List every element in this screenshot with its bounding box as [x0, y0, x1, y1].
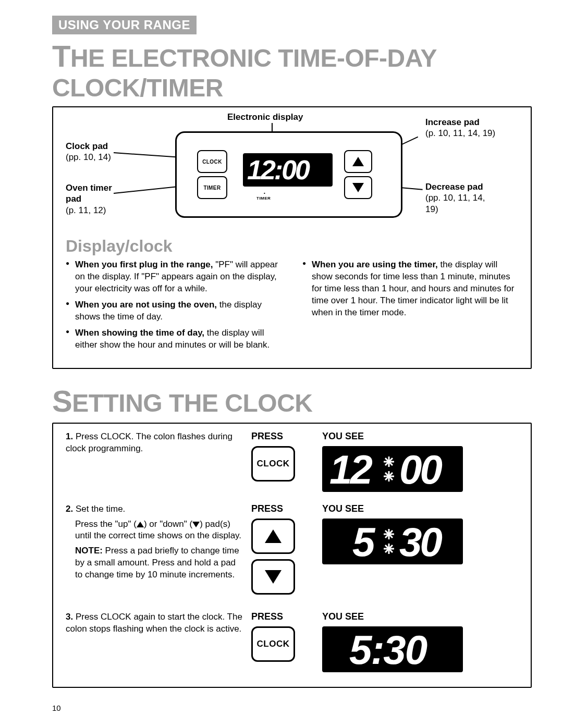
triangle-up-icon [352, 157, 364, 166]
decrease-pad-button[interactable] [344, 176, 372, 199]
label-increase-pad: Increase pad (p. 10, 11, 14, 19) [425, 117, 498, 139]
display-step-1: 12 [322, 446, 463, 492]
timer-indicator-dot: • [264, 191, 265, 195]
oven-timer-pad-button[interactable]: TIMER [197, 176, 227, 199]
press-header: PRESS [251, 611, 314, 622]
you-see-header: YOU SEE [322, 431, 518, 442]
svg-text:30: 30 [399, 519, 442, 564]
display-clock-columns: When you first plug in the range, "PF" w… [66, 259, 518, 355]
svg-text:5:30: 5:30 [349, 627, 427, 672]
clock-pad-button[interactable]: CLOCK [197, 150, 227, 173]
triangle-up-icon [137, 522, 144, 527]
svg-text:5: 5 [352, 519, 376, 564]
title-rest: HE ELECTRONIC TIME-OF-DAY CLOCK/TIMER [52, 44, 436, 102]
triangle-down-icon [265, 570, 282, 584]
page-number: 10 [52, 704, 532, 712]
setting-clock-panel: 1. Press CLOCK. The colon flashes during… [52, 423, 532, 688]
step-row-3: 3. Press CLOCK again to start the clock.… [66, 611, 518, 672]
clock-button[interactable]: CLOCK [251, 446, 295, 482]
display-clock-heading: Display/clock [66, 237, 518, 256]
control-panel-diagram: Electronic display Clock pad (pp. 10, 14… [66, 115, 518, 235]
up-arrow-button[interactable] [251, 519, 295, 554]
title-cap: T [52, 39, 70, 73]
bullet: When you first plug in the range, "PF" w… [66, 259, 282, 295]
press-header: PRESS [251, 503, 314, 514]
timer-indicator-label: TIMER [256, 196, 271, 201]
svg-text:12:00: 12:00 [247, 155, 310, 185]
increase-pad-button[interactable] [344, 150, 372, 173]
down-arrow-button[interactable] [251, 559, 295, 595]
electronic-display: 12:00 [243, 153, 333, 187]
label-oven-timer-pad: Oven timer pad (p. 11, 12) [66, 182, 123, 216]
step-row-1: 1. Press CLOCK. The colon flashes during… [66, 431, 518, 492]
svg-text:12: 12 [329, 447, 372, 492]
bullet: When you are not using the oven, the dis… [66, 299, 282, 323]
page-title: THE ELECTRONIC TIME-OF-DAY CLOCK/TIMER [52, 39, 532, 102]
bullet: When showing the time of day, the displa… [66, 327, 282, 351]
clock-button[interactable]: CLOCK [251, 626, 295, 662]
section-tag: USING YOUR RANGE [52, 16, 197, 34]
triangle-down-icon [352, 183, 364, 192]
you-see-header: YOU SEE [322, 503, 518, 514]
clock-timer-panel: Electronic display Clock pad (pp. 10, 14… [52, 106, 532, 369]
setting-clock-title: SETTING THE CLOCK [52, 384, 532, 418]
display-step-3: 5:30 [322, 626, 463, 672]
bullet: When you are using the timer, the displa… [302, 259, 518, 319]
you-see-header: YOU SEE [322, 611, 518, 622]
step-row-2: 2. Set the time. Press the "up" () or "d… [66, 503, 518, 600]
triangle-up-icon [265, 529, 282, 543]
triangle-down-icon [192, 522, 200, 527]
display-step-2: 5 [322, 519, 463, 564]
press-header: PRESS [251, 431, 314, 442]
label-electronic-display: Electronic display [227, 112, 303, 122]
label-decrease-pad: Decrease pad (pp. 10, 11, 14, 19) [425, 181, 498, 215]
svg-text:00: 00 [399, 447, 442, 492]
